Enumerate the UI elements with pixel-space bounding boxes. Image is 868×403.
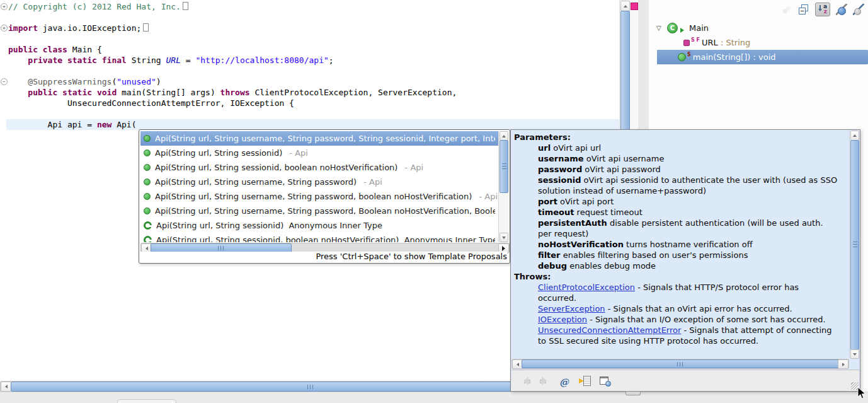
javadoc-entry: password oVirt api password [538, 164, 839, 175]
code-line[interactable] [8, 33, 457, 44]
arrow-down-icon [502, 237, 506, 239]
field-icon [683, 40, 690, 46]
code-segment: new [97, 120, 111, 129]
completion-item-type: - Api [402, 163, 423, 172]
code-segment: ) [156, 77, 161, 86]
minimized-tab[interactable] [117, 399, 176, 403]
param-name: url [538, 143, 551, 153]
constructor-icon [144, 178, 151, 185]
javadoc-link[interactable]: IOException [538, 315, 587, 324]
completion-item[interactable]: Api(String url, String username, String … [140, 189, 500, 204]
param-name: debug [538, 261, 567, 271]
completion-item[interactable]: Api(String url, String username, String … [140, 204, 500, 218]
javadoc-popup: Parameters:url oVirt api urlusername oVi… [510, 129, 860, 392]
code-line[interactable]: @SuppressWarnings("unused") [8, 76, 457, 87]
code-area[interactable]: // Copyright (c) 2012 Red Hat, Inc.impor… [8, 1, 457, 130]
code-line[interactable]: private static final String URL = "http:… [8, 55, 457, 66]
code-segment: String [127, 55, 166, 65]
show-in-javadoc-view-icon[interactable] [580, 376, 591, 386]
code-segment: Main { [67, 45, 102, 54]
code-line[interactable] [8, 108, 457, 119]
javadoc-entry: url oVirt api url [538, 143, 839, 153]
code-line[interactable] [8, 12, 457, 23]
param-name: username [538, 154, 584, 163]
annotation-marker[interactable] [631, 3, 638, 10]
scrollbar-thumb[interactable] [522, 359, 839, 368]
outline-node-url[interactable]: S FURL : String [649, 35, 868, 50]
completion-item-label: Api(String url, String sessionid) [155, 148, 282, 158]
scroll-right-button[interactable] [838, 359, 848, 369]
javadoc-vertical-scrollbar[interactable] [849, 131, 859, 358]
scroll-up-button[interactable] [850, 131, 859, 141]
focus-icon[interactable] [781, 4, 792, 15]
param-name: sessionid [538, 175, 581, 185]
code-segment: Api api = [8, 120, 97, 129]
code-segment [92, 88, 97, 97]
javadoc-section-heading: Parameters: [514, 132, 848, 143]
completion-item[interactable]: Api(String url, String sessionid) Anonym… [140, 218, 500, 233]
scroll-down-button[interactable] [500, 233, 508, 242]
completion-item[interactable]: Api(String url, String username, String … [140, 131, 500, 146]
outline-node-main[interactable]: Smain(String[]) : void [657, 50, 868, 64]
fold-minus-icon[interactable]: − [1, 78, 8, 85]
scroll-up-button[interactable] [620, 1, 630, 11]
open-in-browser-icon[interactable] [600, 376, 611, 386]
javadoc-entry: ClientProtocolException - Signals that H… [538, 282, 839, 303]
scroll-up-button[interactable] [500, 131, 508, 141]
code-segment: @SuppressWarnings [28, 77, 111, 86]
scrollbar-thumb[interactable] [850, 140, 859, 350]
collapse-all-icon[interactable] [798, 4, 809, 15]
javadoc-entry: UnsecuredConnectionAttemptError - Signal… [538, 325, 839, 346]
hide-static-icon[interactable] [853, 4, 864, 15]
javadoc-horizontal-scrollbar[interactable] [511, 359, 849, 369]
code-segment: final [102, 55, 127, 65]
hide-fields-icon[interactable] [836, 4, 847, 15]
code-segment: = [181, 55, 195, 65]
code-segment: public [8, 45, 38, 54]
javadoc-link[interactable]: ClientProtocolException [538, 283, 635, 292]
param-name: noHostVerification [538, 240, 624, 249]
code-line[interactable]: public class Main { [8, 44, 457, 55]
outline-node-label: main(String[]) [693, 52, 751, 62]
at-sign-icon[interactable] [559, 376, 571, 386]
code-line[interactable]: import java.io.IOException; [8, 23, 457, 33]
forward-arrow-icon [539, 376, 551, 386]
javadoc-toolbar [511, 370, 859, 391]
javadoc-entry: IOException - Signals that an I/O except… [538, 314, 839, 325]
javadoc-entry: port oVirt api port [538, 196, 839, 207]
completion-item[interactable]: Api(String url, String sessionid) - Api [140, 146, 500, 160]
scroll-left-button[interactable] [1, 382, 11, 392]
scroll-down-button[interactable] [850, 349, 859, 359]
code-line[interactable]: Api api = new Api( [8, 119, 457, 130]
javadoc-link[interactable]: ServerException [538, 304, 605, 313]
code-line[interactable]: // Copyright (c) 2012 Red Hat, Inc. [8, 1, 457, 12]
arrow-up-icon [853, 134, 857, 137]
code-segment: public [28, 88, 57, 97]
completion-item[interactable]: Api(String url, String sessionid, boolea… [140, 160, 500, 175]
code-segment [8, 88, 28, 97]
fold-plus-icon[interactable]: + [1, 25, 8, 32]
popup-notch [625, 392, 641, 395]
expander-icon[interactable]: ▽ [656, 25, 667, 32]
code-line[interactable] [8, 66, 457, 76]
constructor-icon [144, 135, 151, 142]
arrow-left-icon [517, 363, 519, 366]
code-line[interactable]: public static void main(String[] args) t… [8, 87, 457, 98]
completion-item[interactable]: Api(String url, String username, String … [140, 175, 500, 189]
completion-item[interactable]: Api(String url, String sessionid, boolea… [140, 233, 500, 242]
fold-plus-icon[interactable]: + [1, 3, 8, 10]
scrollbar-thumb[interactable] [151, 243, 292, 252]
completion-item-type: - Api [361, 177, 382, 187]
outline-node-main[interactable]: ▽Main [649, 21, 868, 35]
completion-vertical-scrollbar[interactable] [498, 131, 508, 242]
param-name: timeout [538, 207, 574, 217]
thumb-grip [307, 385, 314, 389]
javadoc-link[interactable]: UnsecuredConnectionAttemptError [538, 325, 681, 335]
scrollbar-thumb[interactable] [500, 140, 508, 193]
sort-icon[interactable] [815, 3, 830, 16]
completion-item-label: Api(String url, String sessionid) Anonym… [156, 221, 382, 230]
code-segment: static [67, 55, 97, 65]
outline-node-type: : void [750, 52, 775, 62]
outline-toolbar [781, 3, 864, 16]
code-line[interactable]: UnsecuredConnectionAttemptError, IOExcep… [8, 98, 457, 108]
